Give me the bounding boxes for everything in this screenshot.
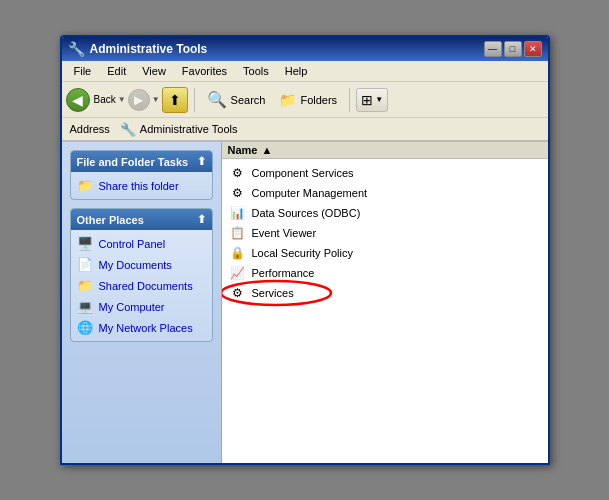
- my-computer-icon: 💻: [77, 299, 93, 314]
- close-button[interactable]: ✕: [524, 41, 542, 57]
- toolbar: ◀ Back ▼ ▶ ▼ ⬆ 🔍 Search 📁 Folders ⊞ ▼: [62, 82, 548, 118]
- sidebar-section-other-places-header[interactable]: Other Places ⬆: [71, 209, 212, 230]
- menu-view[interactable]: View: [134, 63, 174, 79]
- sidebar-link-my-documents[interactable]: 📄 My Documents: [77, 257, 206, 272]
- local-security-policy-label: Local Security Policy: [252, 247, 354, 259]
- services-icon: ⚙: [230, 285, 246, 301]
- address-label: Address: [66, 122, 114, 136]
- back-arrow-icon: ◀: [72, 92, 83, 108]
- computer-management-icon: ⚙: [230, 185, 246, 201]
- performance-label: Performance: [252, 267, 315, 279]
- data-sources-icon: 📊: [230, 205, 246, 221]
- column-name[interactable]: Name ▲: [228, 144, 542, 156]
- column-sort-arrow: ▲: [261, 144, 272, 156]
- back-dropdown-icon[interactable]: ▼: [118, 95, 126, 104]
- address-path-text: Administrative Tools: [140, 123, 238, 135]
- toolbar-separator-1: [194, 88, 195, 112]
- sidebar-section-file-folder-content: 📁 Share this folder: [71, 172, 212, 199]
- file-item-local-security-policy[interactable]: 🔒 Local Security Policy: [222, 243, 548, 263]
- sidebar-section-file-folder-header[interactable]: File and Folder Tasks ⬆: [71, 151, 212, 172]
- menu-file[interactable]: File: [66, 63, 100, 79]
- share-folder-label: Share this folder: [99, 180, 179, 192]
- my-network-places-label: My Network Places: [99, 322, 193, 334]
- views-button[interactable]: ⊞ ▼: [356, 88, 388, 112]
- file-item-data-sources[interactable]: 📊 Data Sources (ODBC): [222, 203, 548, 223]
- menu-edit[interactable]: Edit: [99, 63, 134, 79]
- shared-documents-icon: 📁: [77, 278, 93, 293]
- my-documents-label: My Documents: [99, 259, 172, 271]
- my-network-places-icon: 🌐: [77, 320, 93, 335]
- menu-tools[interactable]: Tools: [235, 63, 277, 79]
- file-folder-tasks-label: File and Folder Tasks: [77, 156, 189, 168]
- search-button[interactable]: 🔍 Search: [201, 87, 272, 112]
- my-documents-icon: 📄: [77, 257, 93, 272]
- folder-icon: 📁: [279, 92, 296, 108]
- file-item-event-viewer[interactable]: 📋 Event Viewer: [222, 223, 548, 243]
- folders-label: Folders: [300, 94, 337, 106]
- data-sources-label: Data Sources (ODBC): [252, 207, 361, 219]
- local-security-policy-icon: 🔒: [230, 245, 246, 261]
- up-arrow-icon: ⬆: [169, 92, 181, 108]
- file-item-computer-management[interactable]: ⚙ Computer Management: [222, 183, 548, 203]
- forward-dropdown-icon[interactable]: ▼: [152, 95, 160, 104]
- menu-help[interactable]: Help: [277, 63, 316, 79]
- sidebar-section-other-places: Other Places ⬆ 🖥️ Control Panel 📄 My Doc…: [70, 208, 213, 342]
- other-places-label: Other Places: [77, 214, 144, 226]
- file-item-component-services[interactable]: ⚙ Component Services: [222, 163, 548, 183]
- sidebar: File and Folder Tasks ⬆ 📁 Share this fol…: [62, 142, 222, 463]
- event-viewer-icon: 📋: [230, 225, 246, 241]
- maximize-button[interactable]: □: [504, 41, 522, 57]
- sidebar-link-my-computer[interactable]: 💻 My Computer: [77, 299, 206, 314]
- file-item-services[interactable]: ⚙ Services: [222, 283, 548, 303]
- file-list: ⚙ Component Services ⚙ Computer Manageme…: [222, 159, 548, 307]
- computer-management-label: Computer Management: [252, 187, 368, 199]
- address-path-icon: 🔧: [120, 122, 136, 137]
- column-name-label: Name: [228, 144, 258, 156]
- main-area: File and Folder Tasks ⬆ 📁 Share this fol…: [62, 142, 548, 463]
- control-panel-label: Control Panel: [99, 238, 166, 250]
- back-label: Back: [94, 94, 116, 105]
- column-header: Name ▲: [222, 142, 548, 159]
- services-label: Services: [252, 287, 294, 299]
- main-window: 🔧 Administrative Tools — □ ✕ File Edit V…: [60, 35, 550, 465]
- menu-favorites[interactable]: Favorites: [174, 63, 235, 79]
- views-icon: ⊞: [361, 92, 373, 108]
- file-folder-collapse-icon: ⬆: [197, 155, 206, 168]
- sidebar-section-file-folder: File and Folder Tasks ⬆ 📁 Share this fol…: [70, 150, 213, 200]
- forward-arrow-icon: ▶: [134, 93, 143, 107]
- search-icon: 🔍: [207, 90, 227, 109]
- performance-icon: 📈: [230, 265, 246, 281]
- sidebar-link-control-panel[interactable]: 🖥️ Control Panel: [77, 236, 206, 251]
- views-dropdown-icon: ▼: [375, 95, 383, 104]
- component-services-label: Component Services: [252, 167, 354, 179]
- window-icon: 🔧: [68, 41, 84, 57]
- back-button[interactable]: ◀: [66, 88, 90, 112]
- sidebar-link-shared-documents[interactable]: 📁 Shared Documents: [77, 278, 206, 293]
- sidebar-link-share-folder[interactable]: 📁 Share this folder: [77, 178, 206, 193]
- file-item-performance[interactable]: 📈 Performance: [222, 263, 548, 283]
- up-button[interactable]: ⬆: [162, 87, 188, 113]
- folders-button[interactable]: 📁 Folders: [273, 89, 343, 111]
- shared-documents-label: Shared Documents: [99, 280, 193, 292]
- control-panel-icon: 🖥️: [77, 236, 93, 251]
- forward-button[interactable]: ▶: [128, 89, 150, 111]
- other-places-collapse-icon: ⬆: [197, 213, 206, 226]
- toolbar-separator-2: [349, 88, 350, 112]
- my-computer-label: My Computer: [99, 301, 165, 313]
- share-folder-icon: 📁: [77, 178, 93, 193]
- window-title: Administrative Tools: [90, 42, 478, 56]
- component-services-icon: ⚙: [230, 165, 246, 181]
- event-viewer-label: Event Viewer: [252, 227, 317, 239]
- sidebar-section-other-places-content: 🖥️ Control Panel 📄 My Documents 📁 Shared…: [71, 230, 212, 341]
- menu-bar: File Edit View Favorites Tools Help: [62, 61, 548, 82]
- minimize-button[interactable]: —: [484, 41, 502, 57]
- address-bar: Address 🔧 Administrative Tools: [62, 118, 548, 142]
- sidebar-link-my-network-places[interactable]: 🌐 My Network Places: [77, 320, 206, 335]
- content-area: Name ▲ ⚙ Component Services ⚙ Computer M…: [222, 142, 548, 463]
- search-label: Search: [231, 94, 266, 106]
- title-bar-buttons: — □ ✕: [484, 41, 542, 57]
- title-bar: 🔧 Administrative Tools — □ ✕: [62, 37, 548, 61]
